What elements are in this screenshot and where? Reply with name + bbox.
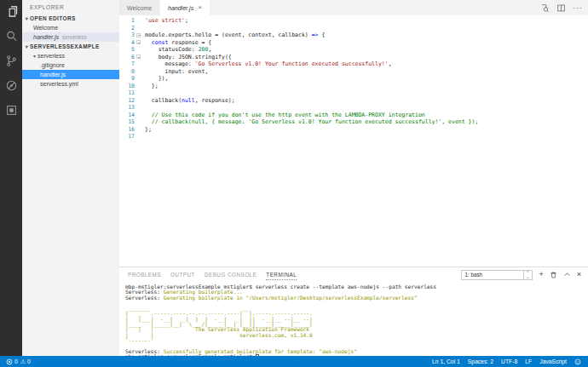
tab-handler.js[interactable]: handler.js×: [160, 0, 210, 15]
code-line[interactable]: 12 callback(null, response);: [119, 97, 588, 105]
folder-section-header[interactable]: ▾ SERVERLESSEXAMPLE: [22, 42, 119, 51]
line-number: 9: [119, 75, 135, 83]
code-line[interactable]: 1'use strict';: [119, 17, 588, 25]
line-number: 5: [119, 46, 135, 54]
code-line[interactable]: 15 // callback(null, { message: 'Go Serv…: [119, 118, 588, 126]
tab-label: Welcome: [127, 5, 152, 11]
tree-file-.gitignore[interactable]: .gitignore: [22, 60, 119, 70]
search-icon[interactable]: [5, 30, 18, 43]
panel-tab-debug-console[interactable]: DEBUG CONSOLE: [205, 270, 257, 279]
open-changes-icon[interactable]: [540, 3, 550, 13]
line-number: 2: [119, 25, 135, 32]
open-editor-item[interactable]: Welcome: [22, 23, 119, 32]
code-line[interactable]: 4 const response = {: [119, 39, 588, 47]
status-right: Ln 1, Col 1Spaces: 2UTF-8LFJavaScript: [432, 358, 588, 365]
fold-column: [135, 89, 142, 97]
tree-file-handler.js[interactable]: handler.js: [22, 70, 119, 79]
line-number: 14: [119, 112, 135, 119]
panel-tab-problems[interactable]: PROBLEMS: [128, 270, 161, 279]
open-editor-folder-suffix: serverless: [62, 34, 87, 40]
fold-column: [135, 112, 142, 119]
code-text: 'use strict';: [142, 17, 188, 25]
source-control-icon[interactable]: [5, 54, 18, 67]
code-line[interactable]: 14 // Use this code if you don't use the…: [119, 112, 588, 119]
code-text: [142, 89, 145, 97]
terminal-shell-select[interactable]: 1: bash ⌃⌄: [461, 270, 533, 280]
extensions-icon[interactable]: [5, 104, 18, 117]
error-count[interactable]: 0: [6, 358, 18, 365]
code-text: // Use this code if you don't use the ht…: [142, 112, 425, 119]
terminal[interactable]: mbp-mstigler:serverlessExample mstigler$…: [119, 282, 588, 359]
close-panel-icon[interactable]: ×: [577, 271, 581, 278]
feedback-smiley-icon[interactable]: [574, 358, 581, 365]
code-line[interactable]: 16};: [119, 126, 588, 134]
line-number: 8: [119, 68, 135, 76]
fold-column: [135, 97, 142, 105]
code-text: body: JSON.stringify({: [142, 54, 232, 61]
maximize-panel-icon[interactable]: [563, 271, 571, 278]
debug-icon[interactable]: [5, 79, 18, 92]
new-terminal-icon[interactable]: +: [539, 271, 543, 278]
open-editor-label: handler.js: [33, 34, 59, 40]
open-editor-item[interactable]: handler.jsserverless: [22, 32, 119, 42]
select-arrows-icon: ⌃⌄: [523, 271, 529, 279]
code-editor[interactable]: 1'use strict';23module.exports.hello = (…: [119, 15, 588, 267]
panel-tab-terminal[interactable]: TERMINAL: [266, 270, 297, 280]
status-item-spaces-2[interactable]: Spaces: 2: [468, 358, 493, 364]
status-item-lf[interactable]: LF: [525, 358, 532, 364]
tree-item-label: serverless: [37, 53, 65, 59]
status-item-ln-1-col-1[interactable]: Ln 1, Col 1: [432, 358, 460, 364]
fold-column: [135, 60, 142, 68]
code-line[interactable]: 10 };: [119, 83, 588, 90]
chevron-down-icon: ▾: [33, 53, 36, 59]
open-editor-label: Welcome: [33, 25, 58, 31]
fold-column: [135, 133, 142, 140]
tree-file-serverless.yml[interactable]: serverless.yml: [22, 79, 119, 89]
line-number: 1: [119, 17, 135, 25]
line-number: 10: [119, 83, 135, 90]
fold-icon[interactable]: [135, 54, 142, 61]
status-item-javascript[interactable]: JavaScript: [539, 358, 567, 364]
panel-tab-output[interactable]: OUTPUT: [170, 270, 195, 279]
split-editor-icon[interactable]: [556, 3, 566, 13]
chevron-down-icon: ▾: [24, 15, 30, 21]
explorer-icon[interactable]: [5, 5, 18, 18]
fold-column: [135, 17, 142, 25]
code-line[interactable]: 13: [119, 104, 588, 112]
status-item-utf-8[interactable]: UTF-8: [501, 358, 517, 364]
line-number: 13: [119, 104, 135, 112]
kill-terminal-icon[interactable]: [550, 271, 557, 278]
fold-column: [135, 104, 142, 112]
line-number: 12: [119, 97, 135, 105]
fold-column: [135, 75, 142, 83]
open-editors-header[interactable]: ▾ OPEN EDITORS: [22, 14, 119, 23]
fold-icon[interactable]: [135, 39, 142, 47]
code-text: message: 'Go Serverless v1.0! Your funct…: [142, 60, 392, 68]
tree-folder-serverless[interactable]: ▾serverless: [22, 51, 119, 60]
code-text: statusCode: 200,: [142, 46, 211, 54]
tab-bar: Welcomehandler.js× ···: [119, 0, 588, 15]
tab-Welcome[interactable]: Welcome: [119, 0, 160, 15]
panel-controls: 1: bash ⌃⌄ + ×: [461, 270, 588, 280]
code-line[interactable]: 5 statusCode: 200,: [119, 46, 588, 54]
code-text: const response = {: [142, 39, 211, 47]
warning-count[interactable]: ⚠ 0: [20, 358, 31, 364]
fold-icon[interactable]: [135, 32, 142, 39]
code-line[interactable]: 9 }),: [119, 75, 588, 83]
fold-column: [135, 46, 142, 54]
code-line[interactable]: 7 message: 'Go Serverless v1.0! Your fun…: [119, 60, 588, 68]
error-icon: [6, 358, 13, 365]
activity-bar: [0, 0, 22, 356]
more-actions-icon[interactable]: ···: [573, 3, 583, 12]
warning-icon: ⚠: [20, 358, 26, 364]
code-line[interactable]: 3module.exports.hello = (event, context,…: [119, 32, 588, 39]
code-line[interactable]: 2: [119, 25, 588, 32]
code-line[interactable]: 6 body: JSON.stringify({: [119, 54, 588, 61]
sidebar-explorer: EXPLORER ▾ OPEN EDITORS Welcomehandler.j…: [22, 0, 119, 356]
code-line[interactable]: 11: [119, 89, 588, 97]
close-icon[interactable]: ×: [198, 4, 202, 11]
line-number: 4: [119, 39, 135, 47]
code-line[interactable]: 8 input: event,: [119, 68, 588, 76]
code-line[interactable]: 17: [119, 133, 588, 140]
line-number: 17: [119, 133, 135, 140]
